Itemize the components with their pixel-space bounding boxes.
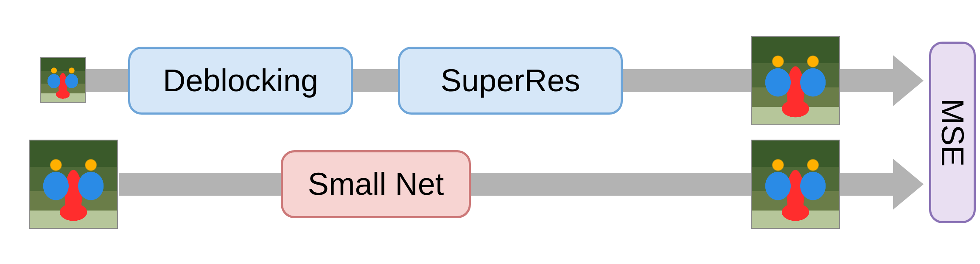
mse-block: MSE <box>929 42 976 223</box>
top-arrow-head <box>893 55 924 106</box>
superres-label: SuperRes <box>440 65 580 96</box>
top-output-thumbnail <box>751 36 840 125</box>
superres-block: SuperRes <box>398 47 623 115</box>
diagram-canvas: Deblocking SuperRes Small Net MSE <box>0 0 980 264</box>
bottom-arrow-head <box>893 159 924 210</box>
deblocking-block: Deblocking <box>128 47 353 115</box>
bottom-output-thumbnail <box>751 140 840 229</box>
mse-label: MSE <box>937 98 968 166</box>
top-input-thumbnail <box>40 57 86 103</box>
smallnet-block: Small Net <box>281 150 471 218</box>
bottom-input-thumbnail <box>29 140 118 229</box>
deblocking-label: Deblocking <box>163 65 318 96</box>
smallnet-label: Small Net <box>308 169 444 200</box>
